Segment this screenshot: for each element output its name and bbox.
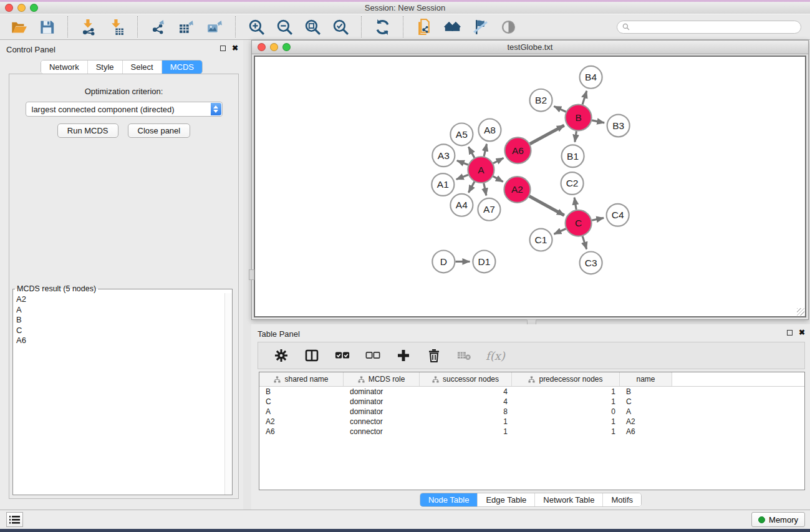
refresh-view-button[interactable] xyxy=(372,17,392,37)
graph-edge-A2-C[interactable] xyxy=(529,196,564,216)
resize-grip[interactable] xyxy=(797,308,804,316)
graph-edge-B-B2[interactable] xyxy=(554,106,566,112)
graph-node-A2[interactable]: A2 xyxy=(504,177,530,203)
graph-node-A3[interactable]: A3 xyxy=(432,144,455,167)
graph-edge-A-A1[interactable] xyxy=(456,175,468,179)
mcds-result-item[interactable]: A6 xyxy=(14,336,224,346)
graph-node-D[interactable]: D xyxy=(432,251,455,273)
graph-edge-A-A2[interactable] xyxy=(493,177,503,182)
tab-select[interactable]: Select xyxy=(122,60,162,74)
tab-mcds[interactable]: MCDS xyxy=(162,60,202,74)
graph-node-A[interactable]: A xyxy=(468,157,494,183)
table-row[interactable]: A2connector11A2 xyxy=(259,417,804,427)
table-row[interactable]: Bdominator41B xyxy=(259,387,804,397)
graph-node-C2[interactable]: C2 xyxy=(561,172,584,195)
graph-node-C1[interactable]: C1 xyxy=(529,229,552,251)
run-mcds-button[interactable]: Run MCDS xyxy=(57,123,118,138)
network-document-button[interactable] xyxy=(414,17,434,37)
tab-network[interactable]: Network xyxy=(41,60,87,74)
graph-edge-A-A8[interactable] xyxy=(484,144,486,157)
column-header-shared-name[interactable]: shared name xyxy=(259,372,344,386)
graph-node-D1[interactable]: D1 xyxy=(473,251,495,273)
tab-edge-table[interactable]: Edge Table xyxy=(477,493,534,506)
graph-edge-C-C4[interactable] xyxy=(592,218,604,220)
search-input[interactable] xyxy=(633,22,796,31)
zoom-fit-button[interactable] xyxy=(302,17,322,37)
criterion-dropdown[interactable]: largest connected component (directed) xyxy=(26,102,223,117)
delete-column-button[interactable] xyxy=(425,346,443,365)
zoom-selected-button[interactable] xyxy=(330,17,350,37)
close-table-panel-icon[interactable]: ✖ xyxy=(799,329,805,336)
show-tasks-button[interactable] xyxy=(6,512,23,527)
export-table-button[interactable] xyxy=(176,17,196,37)
import-network-button[interactable] xyxy=(79,17,99,37)
graph-edge-B-B1[interactable] xyxy=(575,131,577,142)
graph-edge-B-B3[interactable] xyxy=(592,120,604,123)
graph-edge-B-B4[interactable] xyxy=(582,91,587,105)
column-header-successor-nodes[interactable]: successor nodes xyxy=(420,372,512,386)
tab-network-table[interactable]: Network Table xyxy=(534,493,602,506)
graph-node-C3[interactable]: C3 xyxy=(580,251,602,274)
zoom-out-button[interactable] xyxy=(274,17,294,37)
add-column-button[interactable] xyxy=(394,346,413,365)
deselect-all-button[interactable] xyxy=(364,346,382,365)
mcds-result-item[interactable]: B xyxy=(14,315,224,326)
save-session-button[interactable] xyxy=(37,17,57,37)
hide-flag-button[interactable] xyxy=(470,17,490,37)
splitter-handle-left[interactable] xyxy=(249,269,254,280)
graph-node-B3[interactable]: B3 xyxy=(607,115,630,137)
graph-edge-C-C3[interactable] xyxy=(582,236,587,249)
table-row[interactable]: Cdominator41C xyxy=(259,397,804,407)
tab-motifs[interactable]: Motifs xyxy=(602,493,641,506)
graph-edge-A-A6[interactable] xyxy=(493,158,504,163)
zoom-window-button[interactable] xyxy=(30,4,38,12)
graph-node-C[interactable]: C xyxy=(566,210,592,236)
float-panel-icon[interactable] xyxy=(220,46,226,51)
graph-node-B4[interactable]: B4 xyxy=(580,66,602,89)
graph-node-B[interactable]: B xyxy=(566,105,592,131)
float-table-panel-icon[interactable] xyxy=(787,330,793,336)
network-close-button[interactable] xyxy=(258,43,266,51)
graph-node-A6[interactable]: A6 xyxy=(504,137,531,163)
select-all-button[interactable] xyxy=(333,346,352,365)
open-session-button[interactable] xyxy=(9,17,29,37)
network-zoom-button[interactable] xyxy=(282,43,291,51)
tab-node-table[interactable]: Node Table xyxy=(420,493,478,506)
graph-edge-A-A5[interactable] xyxy=(468,147,475,158)
graph-node-A5[interactable]: A5 xyxy=(450,123,473,145)
show-columns-button[interactable] xyxy=(302,346,321,365)
delete-table-button[interactable] xyxy=(455,346,474,365)
mcds-result-item[interactable]: C xyxy=(14,326,224,336)
graph-node-A7[interactable]: A7 xyxy=(478,198,500,221)
column-header-predecessor-nodes[interactable]: predecessor nodes xyxy=(512,372,620,386)
import-table-button[interactable] xyxy=(107,17,127,37)
close-panel-button[interactable]: Close panel xyxy=(128,123,191,138)
zoom-in-button[interactable] xyxy=(246,17,266,37)
graph-node-B2[interactable]: B2 xyxy=(529,89,552,112)
column-header-mcds-role[interactable]: MCDS role xyxy=(344,372,420,386)
graph-edge-C-C1[interactable] xyxy=(554,229,566,234)
graph-edge-A-A7[interactable] xyxy=(484,183,486,196)
export-image-button[interactable] xyxy=(205,17,224,37)
tab-style[interactable]: Style xyxy=(87,60,122,74)
graph-edge-A-A4[interactable] xyxy=(468,181,475,192)
table-settings-button[interactable] xyxy=(272,346,291,365)
graph-edge-C-C2[interactable] xyxy=(574,198,576,210)
graph-edge-A-A3[interactable] xyxy=(457,160,468,165)
graph-edge-A6-B[interactable] xyxy=(530,125,564,144)
graph-node-A8[interactable]: A8 xyxy=(478,119,501,142)
close-panel-icon[interactable]: ✖ xyxy=(232,45,238,51)
mcds-result-item[interactable]: A xyxy=(14,305,224,316)
node-table[interactable]: shared nameMCDS rolesuccessor nodesprede… xyxy=(259,372,805,490)
mcds-result-item[interactable]: A2 xyxy=(14,294,224,305)
minimize-window-button[interactable] xyxy=(17,4,26,12)
export-network-button[interactable] xyxy=(148,17,168,37)
network-window-titlebar[interactable]: testGlobe.txt xyxy=(252,41,808,54)
memory-button[interactable]: Memory xyxy=(751,512,805,527)
mcds-result-list[interactable]: A2ABCA6 xyxy=(14,294,224,494)
table-row[interactable]: Adominator80A xyxy=(259,407,804,417)
column-header-name[interactable]: name xyxy=(620,372,672,386)
graph-node-C4[interactable]: C4 xyxy=(607,204,629,226)
graph-node-A4[interactable]: A4 xyxy=(450,194,473,216)
titlebar[interactable]: Session: New Session xyxy=(0,2,810,14)
